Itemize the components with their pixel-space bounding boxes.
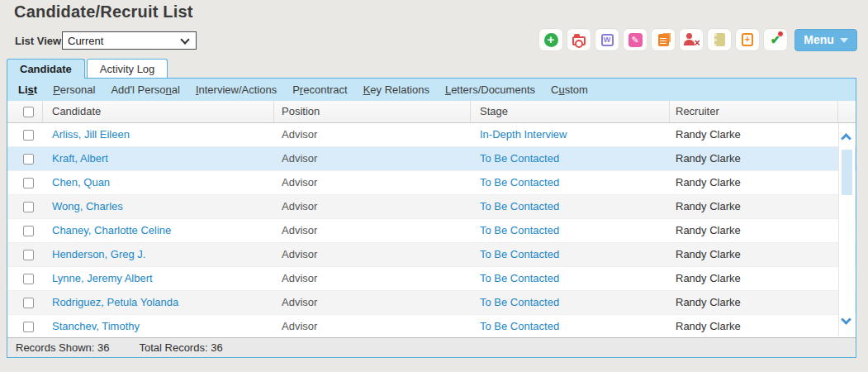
sub-navigation: List Personal Add'l Personal Interview/A… [7, 79, 856, 101]
row-checkbox[interactable] [23, 298, 34, 308]
nav-item-addl-personal[interactable]: Add'l Personal [111, 83, 179, 96]
stage-link[interactable]: To Be Contacted [480, 219, 559, 242]
page-title: Candidate/Recruit List [14, 2, 193, 21]
candidate-panel: List Personal Add'l Personal Interview/A… [7, 78, 856, 358]
column-header-stage[interactable]: Stage [480, 101, 508, 122]
edit-icon [628, 33, 643, 47]
chevron-down-icon [180, 35, 189, 44]
nav-item-key-relations[interactable]: Key Relations [363, 83, 429, 96]
column-header-candidate[interactable]: Candidate [52, 101, 101, 122]
list-view-label: List View [15, 35, 61, 47]
notepad-button[interactable] [707, 28, 732, 51]
status-bar: Records Shown: 36 Total Records: 36 [7, 337, 856, 357]
stage-link[interactable]: To Be Contacted [480, 315, 559, 336]
menu-button[interactable]: Menu [794, 29, 857, 51]
table-header: Candidate Position Stage Recruiter [7, 101, 856, 123]
position-cell: Advisor [282, 147, 317, 170]
table-row[interactable]: Lynne, Jeremy Albert Advisor To Be Conta… [7, 267, 856, 291]
column-header-position[interactable]: Position [282, 101, 320, 122]
tab-bar: Candidate Activity Log [7, 59, 168, 79]
candidate-link[interactable]: Kraft, Albert [52, 147, 108, 170]
add-document-button[interactable] [735, 28, 760, 51]
remove-person-button[interactable] [679, 28, 704, 51]
candidate-link[interactable]: Chaney, Charlotte Celine [52, 219, 171, 242]
row-checkbox[interactable] [23, 322, 34, 332]
table-row[interactable]: Chen, Quan Advisor To Be Contacted Randy… [7, 171, 856, 195]
scrollbar-thumb[interactable] [842, 150, 852, 195]
table-row[interactable]: Kraft, Albert Advisor To Be Contacted Ra… [7, 147, 856, 171]
row-checkbox[interactable] [23, 130, 34, 141]
position-cell: Advisor [282, 267, 317, 290]
tab-candidate[interactable]: Candidate [7, 59, 85, 79]
recruiter-cell: Randy Clarke [676, 291, 741, 314]
table-row[interactable]: Chaney, Charlotte Celine Advisor To Be C… [7, 219, 856, 243]
stage-link[interactable]: To Be Contacted [480, 243, 559, 266]
scroll-down-icon[interactable] [841, 314, 851, 325]
select-all-checkbox[interactable] [23, 107, 34, 117]
tab-activity-log[interactable]: Activity Log [87, 59, 168, 78]
table-row[interactable]: Stanchev, Timothy Advisor To Be Contacte… [7, 315, 856, 336]
recruiter-cell: Randy Clarke [676, 267, 741, 290]
folder-record-button[interactable] [567, 28, 591, 51]
list-view-select[interactable]: Current [62, 31, 197, 50]
stage-link[interactable]: To Be Contacted [480, 171, 559, 194]
position-cell: Advisor [282, 291, 317, 314]
candidate-link[interactable]: Henderson, Greg J. [52, 243, 145, 266]
position-cell: Advisor [282, 315, 317, 336]
recruiter-cell: Randy Clarke [676, 123, 741, 146]
table-row[interactable]: Wong, Charles Advisor To Be Contacted Ra… [7, 195, 856, 219]
key-check-button[interactable] [763, 28, 788, 51]
row-checkbox[interactable] [23, 274, 34, 284]
nav-item-letters-documents[interactable]: Letters/Documents [445, 83, 535, 96]
stage-link[interactable]: To Be Contacted [480, 291, 559, 314]
row-checkbox[interactable] [23, 202, 34, 212]
candidate-link[interactable]: Rodriguez, Petula Yolanda [52, 291, 178, 314]
position-cell: Advisor [282, 195, 317, 218]
row-checkbox[interactable] [23, 154, 34, 165]
word-document-button[interactable] [595, 28, 619, 51]
candidate-link[interactable]: Wong, Charles [52, 195, 123, 218]
menu-button-label: Menu [804, 33, 834, 46]
recruiter-cell: Randy Clarke [676, 219, 741, 242]
recruiter-cell: Randy Clarke [676, 195, 741, 218]
position-cell: Advisor [282, 171, 317, 194]
copy-documents-icon [658, 34, 669, 46]
candidate-link[interactable]: Lynne, Jeremy Albert [52, 267, 153, 290]
list-view-value: Current [68, 35, 103, 47]
recruiter-cell: Randy Clarke [676, 147, 741, 170]
toolbar: Menu [538, 28, 857, 51]
nav-item-personal[interactable]: Personal [53, 83, 95, 96]
nav-item-list[interactable]: List [18, 83, 37, 96]
position-cell: Advisor [282, 123, 317, 146]
table-row[interactable]: Rodriguez, Petula Yolanda Advisor To Be … [7, 291, 856, 315]
copy-documents-button[interactable] [651, 28, 676, 51]
nav-item-interview-actions[interactable]: Interview/Actions [196, 83, 277, 96]
caret-down-icon [840, 38, 848, 43]
table-body: Arliss, Jill Eileen Advisor In-Depth Int… [7, 123, 856, 336]
candidate-link[interactable]: Arliss, Jill Eileen [52, 123, 130, 146]
column-header-recruiter[interactable]: Recruiter [676, 101, 719, 122]
table-row[interactable]: Henderson, Greg J. Advisor To Be Contact… [7, 243, 856, 267]
candidate-link[interactable]: Stanchev, Timothy [52, 315, 140, 336]
recruiter-cell: Randy Clarke [676, 243, 741, 266]
scroll-up-icon[interactable] [841, 133, 851, 144]
stage-link[interactable]: In-Depth Interview [480, 123, 567, 146]
notepad-icon [714, 33, 725, 46]
row-checkbox[interactable] [23, 178, 34, 188]
stage-link[interactable]: To Be Contacted [480, 147, 559, 170]
word-document-icon [601, 34, 614, 46]
total-records: Total Records: 36 [139, 341, 222, 354]
edit-button[interactable] [623, 28, 647, 51]
stage-link[interactable]: To Be Contacted [480, 195, 559, 218]
row-checkbox[interactable] [23, 226, 34, 236]
nav-item-precontract[interactable]: Precontract [292, 83, 348, 96]
row-checkbox[interactable] [23, 250, 34, 260]
folder-record-icon [572, 36, 586, 45]
add-record-button[interactable] [538, 28, 563, 51]
stage-link[interactable]: To Be Contacted [480, 267, 559, 290]
nav-item-custom[interactable]: Custom [551, 83, 588, 96]
recruiter-cell: Randy Clarke [676, 171, 741, 194]
table-row[interactable]: Arliss, Jill Eileen Advisor In-Depth Int… [7, 123, 856, 147]
candidate-link[interactable]: Chen, Quan [52, 171, 110, 194]
vertical-scrollbar[interactable] [838, 123, 855, 336]
